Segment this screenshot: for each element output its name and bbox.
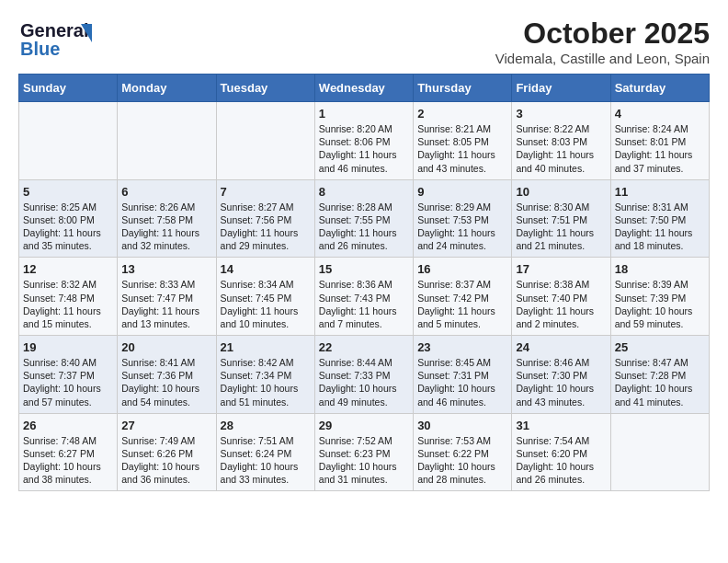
cell-info: Sunrise: 8:47 AMSunset: 7:28 PMDaylight:… xyxy=(615,357,693,408)
calendar-cell: 15Sunrise: 8:36 AMSunset: 7:43 PMDayligh… xyxy=(314,258,413,336)
day-number: 17 xyxy=(516,262,606,276)
cell-info: Sunrise: 8:40 AMSunset: 7:37 PMDaylight:… xyxy=(23,357,101,408)
calendar-cell: 21Sunrise: 8:42 AMSunset: 7:34 PMDayligh… xyxy=(216,336,314,414)
calendar-cell: 22Sunrise: 8:44 AMSunset: 7:33 PMDayligh… xyxy=(314,336,413,414)
header-row: Sunday Monday Tuesday Wednesday Thursday… xyxy=(19,75,710,102)
col-friday: Friday xyxy=(512,75,610,102)
day-number: 2 xyxy=(417,107,507,121)
calendar-cell: 28Sunrise: 7:51 AMSunset: 6:24 PMDayligh… xyxy=(216,413,314,491)
calendar-cell: 1Sunrise: 8:20 AMSunset: 8:06 PMDaylight… xyxy=(314,102,413,180)
day-number: 22 xyxy=(319,340,409,354)
calendar-week-1: 5Sunrise: 8:25 AMSunset: 8:00 PMDaylight… xyxy=(19,179,710,258)
day-number: 4 xyxy=(615,107,705,121)
day-number: 30 xyxy=(417,419,507,432)
cell-info: Sunrise: 8:29 AMSunset: 7:53 PMDaylight:… xyxy=(417,201,495,252)
day-number: 15 xyxy=(319,262,409,276)
day-number: 24 xyxy=(516,340,606,354)
calendar-cell: 20Sunrise: 8:41 AMSunset: 7:36 PMDayligh… xyxy=(118,336,216,414)
cell-info: Sunrise: 8:46 AMSunset: 7:30 PMDaylight:… xyxy=(516,357,594,408)
day-number: 19 xyxy=(23,340,113,354)
cell-info: Sunrise: 8:31 AMSunset: 7:50 PMDaylight:… xyxy=(615,201,693,252)
day-number: 18 xyxy=(615,262,705,276)
calendar-cell: 9Sunrise: 8:29 AMSunset: 7:53 PMDaylight… xyxy=(414,179,512,258)
calendar-cell: 8Sunrise: 8:28 AMSunset: 7:55 PMDaylight… xyxy=(314,179,413,258)
cell-info: Sunrise: 8:32 AMSunset: 7:48 PMDaylight:… xyxy=(23,279,101,329)
title-block: October 2025 Videmala, Castille and Leon… xyxy=(495,17,710,66)
day-number: 12 xyxy=(23,262,113,276)
calendar-table: Sunday Monday Tuesday Wednesday Thursday… xyxy=(18,74,710,491)
cell-info: Sunrise: 8:26 AMSunset: 7:58 PMDaylight:… xyxy=(121,201,199,252)
svg-text:Blue: Blue xyxy=(20,39,60,59)
day-number: 16 xyxy=(417,262,507,276)
logo-svg: General Blue xyxy=(18,17,101,61)
calendar-cell: 29Sunrise: 7:52 AMSunset: 6:23 PMDayligh… xyxy=(314,413,413,491)
cell-info: Sunrise: 8:34 AMSunset: 7:45 PMDaylight:… xyxy=(221,279,299,329)
calendar-cell: 5Sunrise: 8:25 AMSunset: 8:00 PMDaylight… xyxy=(19,179,118,258)
day-number: 29 xyxy=(319,419,409,432)
col-monday: Monday xyxy=(118,75,216,102)
calendar-cell: 2Sunrise: 8:21 AMSunset: 8:05 PMDaylight… xyxy=(414,102,512,180)
cell-info: Sunrise: 8:21 AMSunset: 8:05 PMDaylight:… xyxy=(417,123,495,174)
calendar-cell: 27Sunrise: 7:49 AMSunset: 6:26 PMDayligh… xyxy=(118,413,216,491)
cell-info: Sunrise: 8:28 AMSunset: 7:55 PMDaylight:… xyxy=(319,201,397,252)
col-saturday: Saturday xyxy=(610,75,709,102)
day-number: 27 xyxy=(121,419,211,432)
calendar-week-2: 12Sunrise: 8:32 AMSunset: 7:48 PMDayligh… xyxy=(19,258,710,336)
day-number: 6 xyxy=(121,185,211,199)
calendar-week-0: 1Sunrise: 8:20 AMSunset: 8:06 PMDaylight… xyxy=(19,102,710,180)
cell-info: Sunrise: 8:42 AMSunset: 7:34 PMDaylight:… xyxy=(221,357,299,408)
day-number: 21 xyxy=(221,340,311,354)
svg-text:General: General xyxy=(20,20,88,40)
calendar-cell: 17Sunrise: 8:38 AMSunset: 7:40 PMDayligh… xyxy=(512,258,610,336)
calendar-cell xyxy=(118,102,216,180)
calendar-cell xyxy=(216,102,314,180)
cell-info: Sunrise: 8:36 AMSunset: 7:43 PMDaylight:… xyxy=(319,279,397,329)
cell-info: Sunrise: 8:45 AMSunset: 7:31 PMDaylight:… xyxy=(417,357,495,408)
header: General Blue October 2025 Videmala, Cast… xyxy=(18,17,710,66)
day-number: 5 xyxy=(23,185,113,199)
calendar-cell: 3Sunrise: 8:22 AMSunset: 8:03 PMDaylight… xyxy=(512,102,610,180)
location: Videmala, Castille and Leon, Spain xyxy=(495,51,710,66)
col-tuesday: Tuesday xyxy=(216,75,314,102)
cell-info: Sunrise: 8:33 AMSunset: 7:47 PMDaylight:… xyxy=(121,279,199,329)
cell-info: Sunrise: 8:22 AMSunset: 8:03 PMDaylight:… xyxy=(516,123,594,174)
calendar-cell: 31Sunrise: 7:54 AMSunset: 6:20 PMDayligh… xyxy=(512,413,610,491)
day-number: 25 xyxy=(615,340,705,354)
day-number: 14 xyxy=(221,262,311,276)
col-sunday: Sunday xyxy=(19,75,118,102)
day-number: 3 xyxy=(516,107,606,121)
day-number: 9 xyxy=(417,185,507,199)
day-number: 7 xyxy=(221,185,311,199)
day-number: 31 xyxy=(516,419,606,432)
day-number: 1 xyxy=(319,107,409,121)
day-number: 28 xyxy=(221,419,311,432)
cell-info: Sunrise: 8:25 AMSunset: 8:00 PMDaylight:… xyxy=(23,201,101,252)
calendar-cell: 25Sunrise: 8:47 AMSunset: 7:28 PMDayligh… xyxy=(610,336,709,414)
calendar-week-3: 19Sunrise: 8:40 AMSunset: 7:37 PMDayligh… xyxy=(19,336,710,414)
cell-info: Sunrise: 8:30 AMSunset: 7:51 PMDaylight:… xyxy=(516,201,594,252)
col-thursday: Thursday xyxy=(414,75,512,102)
calendar-cell xyxy=(19,102,118,180)
cell-info: Sunrise: 8:41 AMSunset: 7:36 PMDaylight:… xyxy=(121,357,199,408)
cell-info: Sunrise: 7:54 AMSunset: 6:20 PMDaylight:… xyxy=(516,435,594,486)
cell-info: Sunrise: 8:24 AMSunset: 8:01 PMDaylight:… xyxy=(615,123,693,174)
calendar-cell: 30Sunrise: 7:53 AMSunset: 6:22 PMDayligh… xyxy=(414,413,512,491)
logo: General Blue xyxy=(18,17,101,61)
calendar-cell: 23Sunrise: 8:45 AMSunset: 7:31 PMDayligh… xyxy=(414,336,512,414)
calendar-cell: 19Sunrise: 8:40 AMSunset: 7:37 PMDayligh… xyxy=(19,336,118,414)
calendar-cell: 24Sunrise: 8:46 AMSunset: 7:30 PMDayligh… xyxy=(512,336,610,414)
cell-info: Sunrise: 8:27 AMSunset: 7:56 PMDaylight:… xyxy=(221,201,299,252)
cell-info: Sunrise: 7:49 AMSunset: 6:26 PMDaylight:… xyxy=(121,435,199,486)
calendar-cell: 12Sunrise: 8:32 AMSunset: 7:48 PMDayligh… xyxy=(19,258,118,336)
calendar-cell: 7Sunrise: 8:27 AMSunset: 7:56 PMDaylight… xyxy=(216,179,314,258)
calendar-cell: 26Sunrise: 7:48 AMSunset: 6:27 PMDayligh… xyxy=(19,413,118,491)
calendar-cell: 16Sunrise: 8:37 AMSunset: 7:42 PMDayligh… xyxy=(414,258,512,336)
page: General Blue October 2025 Videmala, Cast… xyxy=(0,0,728,508)
cell-info: Sunrise: 8:38 AMSunset: 7:40 PMDaylight:… xyxy=(516,279,594,329)
cell-info: Sunrise: 7:48 AMSunset: 6:27 PMDaylight:… xyxy=(23,435,101,486)
calendar-cell: 14Sunrise: 8:34 AMSunset: 7:45 PMDayligh… xyxy=(216,258,314,336)
calendar-cell: 11Sunrise: 8:31 AMSunset: 7:50 PMDayligh… xyxy=(610,179,709,258)
calendar-cell: 4Sunrise: 8:24 AMSunset: 8:01 PMDaylight… xyxy=(610,102,709,180)
cell-info: Sunrise: 7:52 AMSunset: 6:23 PMDaylight:… xyxy=(319,435,397,486)
cell-info: Sunrise: 8:39 AMSunset: 7:39 PMDaylight:… xyxy=(615,279,693,329)
